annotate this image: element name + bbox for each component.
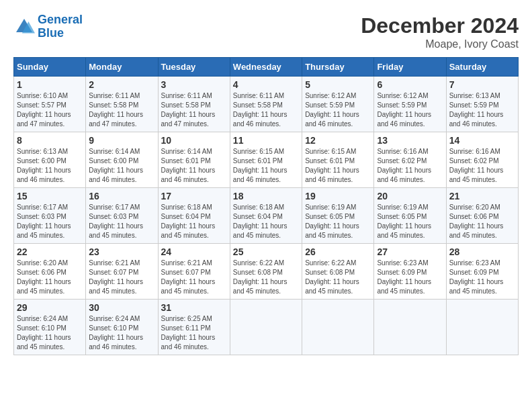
calendar-day-cell (374, 300, 446, 355)
calendar-day-cell: 19Sunrise: 6:19 AM Sunset: 6:05 PM Dayli… (302, 188, 374, 244)
day-number: 22 (17, 246, 83, 257)
day-number: 24 (161, 246, 227, 257)
day-number: 6 (377, 79, 443, 90)
day-number: 19 (305, 191, 371, 201)
day-info: Sunrise: 6:12 AM Sunset: 5:59 PM Dayligh… (377, 91, 443, 129)
calendar-day-cell: 5Sunrise: 6:12 AM Sunset: 5:59 PM Daylig… (302, 77, 374, 132)
day-number: 5 (305, 79, 371, 90)
day-number: 18 (233, 191, 299, 201)
day-number: 28 (449, 246, 515, 257)
calendar-day-cell: 3Sunrise: 6:11 AM Sunset: 5:58 PM Daylig… (158, 77, 230, 132)
calendar-day-cell: 12Sunrise: 6:15 AM Sunset: 6:01 PM Dayli… (302, 132, 374, 188)
day-number: 26 (305, 246, 371, 257)
calendar-day-cell: 21Sunrise: 6:20 AM Sunset: 6:06 PM Dayli… (446, 188, 518, 244)
logo: General Blue (13, 13, 83, 40)
day-info: Sunrise: 6:23 AM Sunset: 6:09 PM Dayligh… (377, 259, 443, 296)
day-number: 21 (449, 191, 515, 201)
calendar-day-cell: 25Sunrise: 6:22 AM Sunset: 6:08 PM Dayli… (230, 244, 302, 300)
logo-line1: General (38, 13, 83, 26)
day-info: Sunrise: 6:24 AM Sunset: 6:10 PM Dayligh… (89, 314, 154, 352)
page-title: December 2024 (361, 13, 519, 38)
day-info: Sunrise: 6:13 AM Sunset: 6:00 PM Dayligh… (17, 147, 83, 185)
day-info: Sunrise: 6:19 AM Sunset: 6:05 PM Dayligh… (305, 203, 371, 240)
day-info: Sunrise: 6:24 AM Sunset: 6:10 PM Dayligh… (17, 314, 83, 352)
day-info: Sunrise: 6:20 AM Sunset: 6:06 PM Dayligh… (17, 259, 83, 296)
title-area: December 2024 Moape, Ivory Coast (361, 13, 519, 50)
day-info: Sunrise: 6:21 AM Sunset: 6:07 PM Dayligh… (89, 259, 154, 296)
day-info: Sunrise: 6:22 AM Sunset: 6:08 PM Dayligh… (233, 259, 299, 296)
calendar-day-cell: 6Sunrise: 6:12 AM Sunset: 5:59 PM Daylig… (374, 77, 446, 132)
day-number: 30 (89, 302, 154, 313)
day-number: 4 (233, 79, 299, 90)
day-info: Sunrise: 6:18 AM Sunset: 6:04 PM Dayligh… (161, 203, 227, 240)
day-number: 16 (89, 191, 154, 201)
calendar-day-cell: 11Sunrise: 6:15 AM Sunset: 6:01 PM Dayli… (230, 132, 302, 188)
calendar-body: 1Sunrise: 6:10 AM Sunset: 5:57 PM Daylig… (14, 77, 519, 355)
header: General Blue December 2024 Moape, Ivory … (13, 13, 519, 50)
day-number: 31 (161, 302, 227, 313)
calendar-day-cell: 2Sunrise: 6:11 AM Sunset: 5:58 PM Daylig… (86, 77, 158, 132)
day-info: Sunrise: 6:11 AM Sunset: 5:58 PM Dayligh… (89, 91, 154, 129)
day-info: Sunrise: 6:25 AM Sunset: 6:11 PM Dayligh… (161, 314, 227, 352)
day-info: Sunrise: 6:15 AM Sunset: 6:01 PM Dayligh… (305, 147, 371, 185)
day-info: Sunrise: 6:16 AM Sunset: 6:02 PM Dayligh… (449, 147, 515, 185)
day-number: 20 (377, 191, 443, 201)
calendar-day-cell: 1Sunrise: 6:10 AM Sunset: 5:57 PM Daylig… (14, 77, 86, 132)
logo-icon (13, 16, 35, 38)
calendar-day-cell: 9Sunrise: 6:14 AM Sunset: 6:00 PM Daylig… (86, 132, 158, 188)
day-number: 27 (377, 246, 443, 257)
calendar-day-cell: 8Sunrise: 6:13 AM Sunset: 6:00 PM Daylig… (14, 132, 86, 188)
calendar-day-cell: 22Sunrise: 6:20 AM Sunset: 6:06 PM Dayli… (14, 244, 86, 300)
day-info: Sunrise: 6:21 AM Sunset: 6:07 PM Dayligh… (161, 259, 227, 296)
calendar-day-cell: 13Sunrise: 6:16 AM Sunset: 6:02 PM Dayli… (374, 132, 446, 188)
calendar-day-cell: 17Sunrise: 6:18 AM Sunset: 6:04 PM Dayli… (158, 188, 230, 244)
calendar-weekday-header: Sunday (14, 58, 86, 77)
calendar-day-cell: 15Sunrise: 6:17 AM Sunset: 6:03 PM Dayli… (14, 188, 86, 244)
calendar-header-row: SundayMondayTuesdayWednesdayThursdayFrid… (14, 58, 519, 77)
calendar-day-cell: 31Sunrise: 6:25 AM Sunset: 6:11 PM Dayli… (158, 300, 230, 355)
calendar-day-cell: 20Sunrise: 6:19 AM Sunset: 6:05 PM Dayli… (374, 188, 446, 244)
calendar-table: SundayMondayTuesdayWednesdayThursdayFrid… (13, 57, 519, 355)
calendar-weekday-header: Monday (86, 58, 158, 77)
page-subtitle: Moape, Ivory Coast (361, 38, 519, 50)
calendar-week-row: 8Sunrise: 6:13 AM Sunset: 6:00 PM Daylig… (14, 132, 519, 188)
day-number: 3 (161, 79, 227, 90)
day-number: 15 (17, 191, 83, 201)
day-info: Sunrise: 6:13 AM Sunset: 5:59 PM Dayligh… (449, 91, 515, 129)
calendar-day-cell: 26Sunrise: 6:22 AM Sunset: 6:08 PM Dayli… (302, 244, 374, 300)
day-info: Sunrise: 6:11 AM Sunset: 5:58 PM Dayligh… (233, 91, 299, 129)
day-info: Sunrise: 6:17 AM Sunset: 6:03 PM Dayligh… (17, 203, 83, 240)
calendar-day-cell (446, 300, 518, 355)
day-info: Sunrise: 6:18 AM Sunset: 6:04 PM Dayligh… (233, 203, 299, 240)
calendar-week-row: 1Sunrise: 6:10 AM Sunset: 5:57 PM Daylig… (14, 77, 519, 132)
day-number: 10 (161, 135, 227, 146)
calendar-weekday-header: Wednesday (230, 58, 302, 77)
calendar-week-row: 29Sunrise: 6:24 AM Sunset: 6:10 PM Dayli… (14, 300, 519, 355)
calendar-day-cell: 30Sunrise: 6:24 AM Sunset: 6:10 PM Dayli… (86, 300, 158, 355)
day-info: Sunrise: 6:11 AM Sunset: 5:58 PM Dayligh… (161, 91, 227, 129)
day-number: 29 (17, 302, 83, 313)
day-info: Sunrise: 6:22 AM Sunset: 6:08 PM Dayligh… (305, 259, 371, 296)
logo-line2: Blue (38, 27, 83, 40)
day-number: 14 (449, 135, 515, 146)
calendar-day-cell: 7Sunrise: 6:13 AM Sunset: 5:59 PM Daylig… (446, 77, 518, 132)
day-number: 25 (233, 246, 299, 257)
day-info: Sunrise: 6:17 AM Sunset: 6:03 PM Dayligh… (89, 203, 154, 240)
calendar-day-cell: 18Sunrise: 6:18 AM Sunset: 6:04 PM Dayli… (230, 188, 302, 244)
day-info: Sunrise: 6:16 AM Sunset: 6:02 PM Dayligh… (377, 147, 443, 185)
day-number: 8 (17, 135, 83, 146)
calendar-day-cell: 23Sunrise: 6:21 AM Sunset: 6:07 PM Dayli… (86, 244, 158, 300)
logo-text: General Blue (38, 13, 83, 40)
day-number: 23 (89, 246, 154, 257)
day-number: 11 (233, 135, 299, 146)
day-info: Sunrise: 6:23 AM Sunset: 6:09 PM Dayligh… (449, 259, 515, 296)
calendar-day-cell: 27Sunrise: 6:23 AM Sunset: 6:09 PM Dayli… (374, 244, 446, 300)
calendar-day-cell: 24Sunrise: 6:21 AM Sunset: 6:07 PM Dayli… (158, 244, 230, 300)
calendar-day-cell: 29Sunrise: 6:24 AM Sunset: 6:10 PM Dayli… (14, 300, 86, 355)
day-number: 12 (305, 135, 371, 146)
day-number: 13 (377, 135, 443, 146)
day-number: 2 (89, 79, 154, 90)
calendar-day-cell (230, 300, 302, 355)
day-info: Sunrise: 6:14 AM Sunset: 6:00 PM Dayligh… (89, 147, 154, 185)
calendar-day-cell: 28Sunrise: 6:23 AM Sunset: 6:09 PM Dayli… (446, 244, 518, 300)
